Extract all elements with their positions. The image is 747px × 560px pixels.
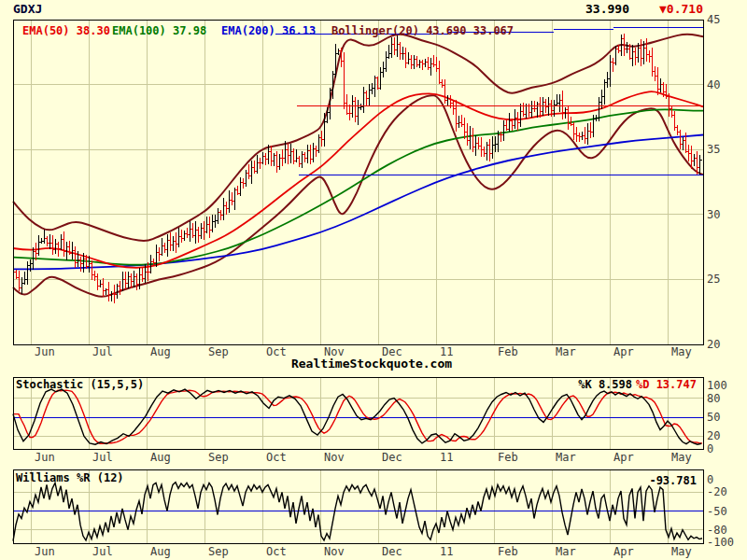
month-label: Mar bbox=[556, 545, 576, 558]
month-label: Mar bbox=[556, 451, 576, 464]
month-label: May bbox=[671, 345, 692, 358]
legend-ema200: EMA(200) 36.13 bbox=[221, 24, 316, 37]
month-label: Aug bbox=[150, 345, 171, 358]
month-label: May bbox=[671, 545, 692, 558]
stochastic-ytick-label: 0 bbox=[707, 442, 713, 455]
month-label: Feb bbox=[498, 451, 518, 464]
stochastic-ytick-label: 50 bbox=[707, 411, 720, 424]
month-label: Oct bbox=[266, 345, 287, 358]
month-label: Nov bbox=[324, 545, 345, 558]
price-ytick-label: 20 bbox=[707, 338, 720, 351]
price-ytick-label: 25 bbox=[707, 273, 720, 286]
price-legend: EMA(50) 38.30 EMA(100) 37.98 EMA(200) 36… bbox=[22, 24, 514, 37]
price-ytick-label: 30 bbox=[707, 208, 720, 221]
month-label: 11 bbox=[440, 545, 453, 558]
month-label: Dec bbox=[382, 545, 402, 558]
month-label: Jul bbox=[92, 545, 113, 558]
symbol-label: GDXJ bbox=[13, 2, 42, 16]
month-label: Feb bbox=[498, 345, 518, 358]
stochastic-ytick-label: 80 bbox=[707, 392, 720, 405]
month-label: Jun bbox=[35, 451, 55, 464]
month-label: Jun bbox=[35, 545, 55, 558]
month-label: Jun bbox=[35, 345, 55, 358]
month-label: 11 bbox=[440, 451, 453, 464]
price-ytick-label: 40 bbox=[707, 78, 720, 91]
williams-ytick-label: -20 bbox=[707, 485, 727, 498]
month-label: Aug bbox=[150, 545, 171, 558]
williams-ytick-label: -50 bbox=[707, 505, 727, 518]
month-label: Apr bbox=[613, 451, 634, 464]
legend-ema50: EMA(50) 38.30 bbox=[22, 24, 110, 37]
stochastic-k-readout: %K 8.598 bbox=[578, 378, 632, 391]
month-label: Apr bbox=[613, 545, 634, 558]
williams-ytick-label: -100 bbox=[707, 536, 734, 549]
month-label: Oct bbox=[266, 545, 287, 558]
month-label: Aug bbox=[150, 451, 171, 464]
month-label: Feb bbox=[498, 545, 518, 558]
month-label: Sep bbox=[208, 545, 229, 558]
month-label: Nov bbox=[324, 451, 345, 464]
month-label: Oct bbox=[266, 451, 287, 464]
last-price: 33.990 bbox=[585, 2, 629, 16]
month-label: Jul bbox=[92, 451, 113, 464]
stochastic-d-readout: %D 13.747 bbox=[636, 378, 697, 391]
price-ytick-label: 35 bbox=[707, 143, 720, 156]
month-label: Sep bbox=[208, 345, 229, 358]
watermark: RealtimeStockquote.com bbox=[291, 357, 452, 371]
williams-readout: -93.781 bbox=[649, 474, 697, 487]
month-label: Jul bbox=[92, 345, 113, 358]
month-label: Sep bbox=[208, 451, 229, 464]
legend-bollinger: Bollinger(20) 43.690 33.067 bbox=[331, 24, 514, 37]
stochastic-ytick-label: 100 bbox=[707, 379, 727, 392]
williams-title: Williams %R (12) bbox=[16, 471, 124, 484]
stochastic-ytick-label: 20 bbox=[707, 429, 720, 442]
stochastic-title: Stochastic (15,5,5) bbox=[16, 378, 144, 391]
month-label: Dec bbox=[382, 451, 402, 464]
williams-ytick-label: 0 bbox=[707, 473, 713, 486]
month-label: May bbox=[671, 451, 692, 464]
month-label: Mar bbox=[556, 345, 576, 358]
month-label: Apr bbox=[613, 345, 634, 358]
price-ytick-label: 45 bbox=[707, 13, 720, 26]
stock-chart-image: GDXJ 33.990 ▼0.710 454035302520100805020… bbox=[0, 0, 747, 560]
legend-ema100: EMA(100) 37.98 bbox=[112, 24, 206, 37]
williams-ytick-label: -80 bbox=[707, 524, 727, 537]
price-change: ▼0.710 bbox=[659, 2, 703, 16]
